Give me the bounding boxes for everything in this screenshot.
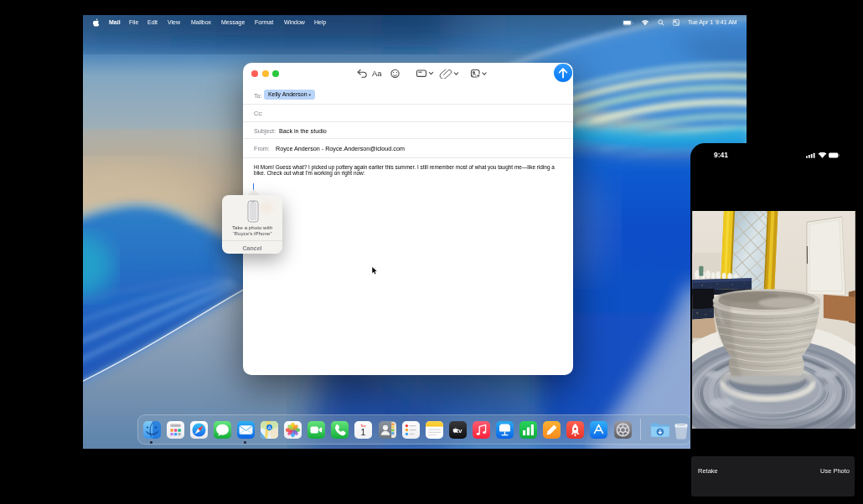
svg-text:Aa: Aa bbox=[372, 69, 382, 78]
svg-text:tv: tv bbox=[457, 427, 463, 435]
svg-text:1: 1 bbox=[361, 427, 366, 437]
